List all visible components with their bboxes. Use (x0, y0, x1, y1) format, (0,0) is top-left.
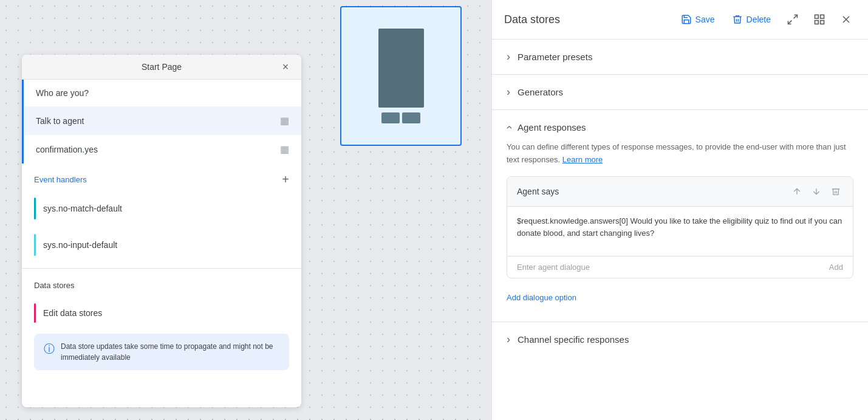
agent-responses-description: You can define different types of respon… (507, 141, 853, 167)
svg-line-1 (788, 21, 792, 24)
close-icon (840, 13, 852, 26)
nav-item-who-are-you[interactable]: Who are you? (22, 80, 301, 106)
agent-says-actions (790, 184, 843, 199)
learn-more-link[interactable]: Learn more (562, 155, 603, 164)
event-item-no-input[interactable]: sys.no-input-default (22, 227, 301, 263)
arrow-up-icon (792, 187, 802, 196)
canvas-rect-sm-1 (381, 112, 400, 123)
add-dialogue-option-button[interactable]: Add dialogue option (507, 288, 576, 307)
expand-icon (787, 13, 799, 26)
parameter-presets-section[interactable]: › Parameter presets (492, 40, 868, 75)
expand-button[interactable] (783, 10, 802, 29)
canvas-small-rects (381, 112, 420, 123)
chevron-down-icon: › (507, 86, 510, 98)
svg-rect-2 (815, 15, 819, 19)
pink-border-indicator (34, 303, 36, 323)
event-label: sys.no-match-default (43, 204, 122, 213)
svg-rect-5 (815, 21, 819, 24)
right-panel-header: Data stores Save Delete (492, 0, 868, 40)
close-button[interactable]: × (277, 58, 294, 75)
add-dialogue-button[interactable]: Add (829, 263, 843, 272)
document-icon: ▦ (280, 115, 289, 126)
agent-responses-header[interactable]: › Agent responses (507, 110, 853, 141)
dialogue-input[interactable] (517, 263, 829, 272)
delete-label: Delete (747, 15, 771, 24)
event-border-indicator (34, 234, 36, 256)
grid-icon (813, 13, 825, 26)
left-panel: Start Page × Who are you? Talk to agent … (22, 55, 301, 407)
channel-specific-section[interactable]: › Channel specific responses (492, 322, 868, 357)
canvas-preview (340, 6, 462, 146)
document-icon: ▦ (280, 143, 289, 155)
event-border-indicator (34, 198, 36, 219)
nav-item-label: Who are you? (36, 88, 289, 98)
move-down-button[interactable] (809, 184, 824, 199)
move-up-button[interactable] (790, 184, 804, 199)
nav-item-label: Talk to agent (36, 116, 280, 126)
info-text: Data store updates take some time to pro… (61, 341, 279, 363)
arrow-down-icon (812, 187, 821, 196)
add-event-handler-button[interactable]: + (282, 173, 289, 185)
close-panel-button[interactable] (836, 10, 856, 29)
trash-icon (831, 187, 841, 196)
event-handlers-title: Event handlers (34, 175, 87, 184)
delete-button[interactable]: Delete (727, 10, 776, 29)
panel-header: Start Page × (22, 55, 301, 80)
parameter-presets-title: Parameter presets (518, 52, 592, 62)
right-panel-title: Data stores (504, 13, 669, 26)
delete-icon (732, 14, 743, 25)
save-icon (681, 14, 692, 25)
event-label: sys.no-input-default (43, 240, 117, 250)
agent-message-text: $request.knowledge.answers[0] Would you … (517, 215, 843, 241)
generators-title: Generators (518, 87, 563, 97)
info-icon: ⓘ (44, 342, 55, 356)
svg-rect-4 (821, 21, 824, 24)
grid-button[interactable] (810, 10, 829, 29)
agent-says-body: $request.knowledge.answers[0] Would you … (507, 207, 853, 256)
chevron-down-icon: › (507, 50, 510, 63)
info-box: ⓘ Data store updates take some time to p… (34, 334, 289, 370)
data-stores-section: Data stores Edit data stores ⓘ Data stor… (22, 274, 301, 382)
chevron-up-icon: › (502, 126, 515, 129)
nav-item-label: confirmation.yes (36, 145, 280, 154)
data-stores-title: Data stores (34, 281, 289, 290)
edit-data-stores-item[interactable]: Edit data stores (34, 297, 289, 329)
canvas-rect-sm-2 (402, 112, 420, 123)
panel-title: Start Page (142, 62, 182, 72)
event-handlers-section: Event handlers + (22, 164, 301, 190)
svg-line-0 (794, 15, 798, 19)
nav-item-talk-to-agent[interactable]: Talk to agent ▦ (22, 106, 301, 135)
agent-says-card: Agent says (507, 176, 853, 279)
agent-says-card-header: Agent says (507, 177, 853, 207)
chevron-down-icon: › (507, 333, 510, 346)
channel-specific-title: Channel specific responses (518, 334, 629, 345)
save-label: Save (695, 15, 715, 24)
agent-responses-section: › Agent responses You can define differe… (492, 110, 868, 322)
generators-section[interactable]: › Generators (492, 75, 868, 110)
agent-says-title: Agent says (517, 187, 559, 196)
panel-content: Who are you? Talk to agent ▦ confirmatio… (22, 80, 301, 407)
event-item-no-match[interactable]: sys.no-match-default (22, 190, 301, 227)
canvas-main-rect (378, 29, 424, 108)
right-panel-content: › Parameter presets › Generators › Agent… (492, 40, 868, 420)
divider (22, 268, 301, 269)
save-button[interactable]: Save (676, 10, 720, 29)
delete-response-button[interactable] (829, 184, 843, 199)
agent-responses-title: Agent responses (518, 122, 586, 133)
edit-data-stores-label: Edit data stores (43, 308, 102, 318)
canvas-node (378, 29, 424, 123)
dialogue-input-row: Add (507, 256, 853, 278)
right-panel: Data stores Save Delete (491, 0, 868, 420)
svg-rect-3 (821, 15, 824, 19)
nav-item-confirmation-yes[interactable]: confirmation.yes ▦ (22, 135, 301, 164)
